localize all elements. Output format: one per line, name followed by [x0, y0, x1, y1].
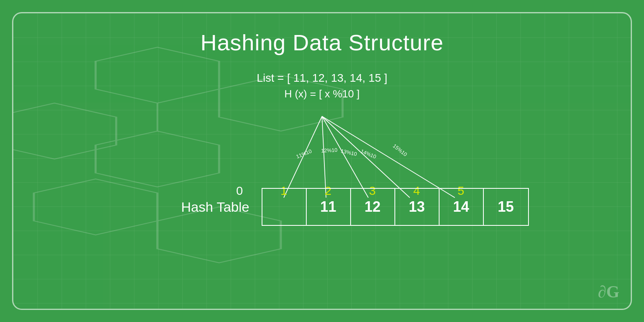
- cell-2: 12: [351, 189, 395, 225]
- hash-table-label: Hash Table: [181, 199, 250, 215]
- svg-text:15%10: 15%10: [392, 143, 408, 158]
- page-title: Hashing Data Structure: [200, 29, 444, 56]
- hash-cells: 11 12 13 14 15: [262, 188, 529, 226]
- cell-3: 13: [395, 189, 440, 225]
- diagram-area: 11%10 12%10 13%10 14%10 15%10 0 1 2 3 4 …: [141, 104, 503, 233]
- cell-1: 11: [307, 189, 351, 225]
- svg-text:13%10: 13%10: [340, 148, 357, 157]
- svg-text:14%10: 14%10: [360, 148, 377, 160]
- content-area: Hashing Data Structure List = [ 11, 12, …: [13, 13, 631, 309]
- svg-text:12%10: 12%10: [321, 147, 337, 154]
- cell-0: [262, 189, 307, 225]
- list-label: List = [ 11, 12, 13, 14, 15 ]: [257, 72, 388, 85]
- hash-table-row: Hash Table 11 12 13 14 15: [181, 188, 529, 226]
- gfg-logo: ∂G: [598, 282, 619, 301]
- cell-4: 14: [440, 189, 484, 225]
- hash-formula: H (x) = [ x %10 ]: [284, 88, 359, 100]
- main-container: Hashing Data Structure List = [ 11, 12, …: [12, 12, 632, 310]
- svg-text:11%10: 11%10: [295, 148, 313, 160]
- cell-5: 15: [484, 189, 528, 225]
